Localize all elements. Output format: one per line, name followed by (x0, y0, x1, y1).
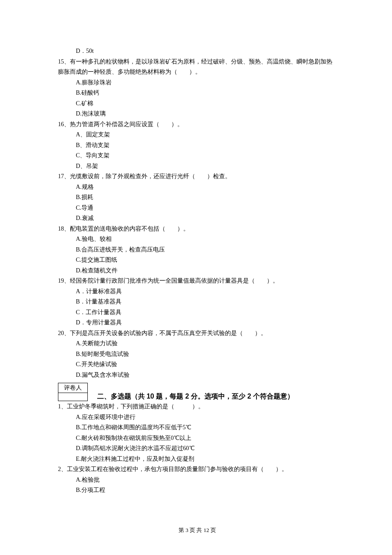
option-a: A.验电、较相 (76, 234, 337, 245)
question-options: A、固定支架 B、滑动支架 C、导向支架 D、吊架 (58, 130, 337, 171)
option-c: C.开关绝缘试验 (76, 359, 337, 370)
option-d: D.调制高铝水泥耐火浇注的水温不应超过60℃ (76, 443, 337, 454)
question-15: 15、有一种多孔的粒状物料，是以珍珠岩矿石为原料，经过破碎、分级、预热、高温焙烧… (58, 57, 337, 119)
question-16: 16、热力管道两个补偿器之间应设置（ ）。 A、固定支架 B、滑动支架 C、导向… (58, 119, 337, 172)
grader-blank (58, 393, 87, 401)
question-options: A.规格 B.损耗 C.导通 D.衰减 (58, 182, 337, 224)
option-b: B.短时耐受电流试验 (76, 349, 337, 360)
option-b: B、滑动支架 (76, 140, 337, 151)
option-c: C.导通 (76, 203, 337, 214)
s2-question-2: 2、工业安装工程在验收过程中，承包方项目部的质量部门参与验收的项目有（ ）。 A… (58, 464, 337, 496)
question-options: A．计量标准器具 B．计量基准器具 C．工作计量器具 D．专用计量器具 (58, 286, 337, 328)
question-stem: 19、经国务院计量行政部门批准作为统一全国量值最高依据的计量器具是（ ）。 (58, 276, 337, 286)
section-title: 二、多选题（共 10 题，每题 2 分。选项中，至少 2 个符合题意） (97, 383, 294, 402)
option-a: A.检验批 (76, 475, 337, 486)
option-b: B.合高压进线开关，检查高压电压 (76, 245, 337, 255)
question-options: A.验电、较相 B.合高压进线开关，检查高压电压 C.提交施工图纸 D.检查随机… (58, 234, 337, 276)
option-c: C.提交施工图纸 (76, 255, 337, 266)
option-a: A.应在采暖环境中进行 (76, 412, 337, 423)
grader-box: 评卷人 (58, 383, 88, 401)
option-d: D.泡沫玻璃 (76, 109, 337, 119)
question-options: A.膨胀珍珠岩 B.硅酸钙 C.矿棉 D.泡沫玻璃 (58, 78, 337, 119)
option-a: A.规格 (76, 182, 337, 193)
option-d: D、吊架 (76, 161, 337, 172)
question-stem: 15、有一种多孔的粒状物料，是以珍珠岩矿石为原料，经过破碎、分级、预热、高温焙烧… (58, 57, 337, 78)
option-d: D.检查随机文件 (76, 266, 337, 276)
option-c: C.矿棉 (76, 98, 337, 109)
page-footer: 第 3 页 共 12 页 (58, 526, 337, 535)
option-a: A、固定支架 (76, 130, 337, 140)
question-18: 18、配电装置的送电验收的内容不包括（ ）。 A.验电、较相 B.合高压进线开关… (58, 224, 337, 276)
section-header-row: 评卷人 二、多选题（共 10 题，每题 2 分。选项中，至少 2 个符合题意） (58, 383, 337, 402)
question-options: A.应在采暖环境中进行 B.工作地点和砌体周围的温度均不应低于5℃ C.耐火砖和… (58, 412, 337, 465)
question-stem: 18、配电装置的送电验收的内容不包括（ ）。 (58, 224, 337, 234)
question-options: A.检验批 B.分项工程 (58, 475, 337, 496)
option-a: A．计量标准器具 (76, 286, 337, 297)
question-stem: 20、下列是高压开关设备的试验内容，不属于高压真空开关试验的是（ ）。 (58, 328, 337, 339)
question-19: 19、经国务院计量行政部门批准作为统一全国量值最高依据的计量器具是（ ）。 A．… (58, 276, 337, 328)
question-17: 17、光缆敷设前，除了外观检查外，还应进行光纤（ ）检查。 A.规格 B.损耗 … (58, 171, 337, 224)
question-stem: 2、工业安装工程在验收过程中，承包方项目部的质量部门参与验收的项目有（ ）。 (58, 464, 337, 475)
question-stem: 16、热力管道两个补偿器之间应设置（ ）。 (58, 119, 337, 130)
option-b: B.损耗 (76, 192, 337, 203)
option-a: A.关断能力试验 (76, 338, 337, 349)
option-b: B.硅酸钙 (76, 88, 337, 98)
question-options: A.关断能力试验 B.短时耐受电流试验 C.开关绝缘试验 D.漏气及含水率试验 (58, 338, 337, 380)
option-d: D.衰减 (76, 213, 337, 224)
question-stem: 1、工业炉冬季砌筑时，下列措施正确的是（ ）。 (58, 402, 337, 412)
option-b: B.分项工程 (76, 485, 337, 496)
s2-question-1: 1、工业炉冬季砌筑时，下列措施正确的是（ ）。 A.应在采暖环境中进行 B.工作… (58, 402, 337, 464)
option-a: A.膨胀珍珠岩 (76, 78, 337, 88)
orphan-option-d: D．50t (58, 46, 337, 57)
option-d: D.漏气及含水率试验 (76, 370, 337, 381)
question-stem: 17、光缆敷设前，除了外观检查外，还应进行光纤（ ）检查。 (58, 171, 337, 182)
option-d: D．专用计量器具 (76, 318, 337, 328)
option-c: C、导向支架 (76, 150, 337, 161)
option-c: C．工作计量器具 (76, 307, 337, 318)
option-b: B.工作地点和砌体周围的温度均不应低于5℃ (76, 422, 337, 433)
grader-label: 评卷人 (58, 383, 87, 393)
option-c: C.耐火砖和预制块在砌筑前应预热至0℃以上 (76, 433, 337, 444)
option-b: B．计量基准器具 (76, 297, 337, 307)
document-page: D．50t 15、有一种多孔的粒状物料，是以珍珠岩矿石为原料，经过破碎、分级、预… (0, 0, 392, 552)
question-20: 20、下列是高压开关设备的试验内容，不属于高压真空开关试验的是（ ）。 A.关断… (58, 328, 337, 381)
option-e: E.耐火浇注料施工过程中，应及时加入促凝剂 (76, 454, 337, 465)
